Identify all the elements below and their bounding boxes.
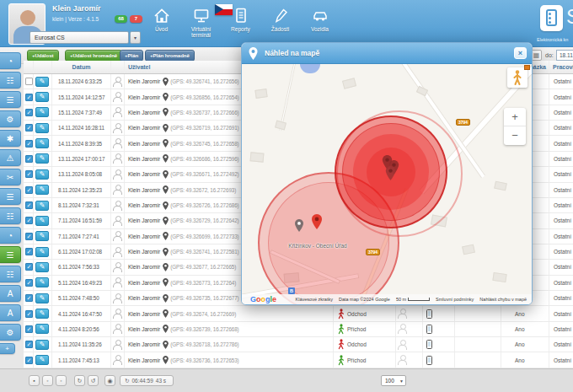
edit-button[interactable]: ✎ [35,231,49,241]
header-datum[interactable]: Datum [52,61,111,73]
row-checkbox[interactable]: ✓ [25,310,33,318]
row-checkbox[interactable]: ✓ [25,341,33,348]
transit-stop-badge[interactable]: B [288,287,295,294]
poi-pin-icon[interactable] [295,219,303,235]
edit-button[interactable]: ✎ [35,153,49,164]
edit-button[interactable]: ✎ [35,169,49,180]
keyboard-shortcuts-link[interactable]: Klávesové zkratky [296,297,333,302]
row-checkbox[interactable]: ✓ [25,233,33,240]
company-select-arrow-icon[interactable]: ▾ [130,31,141,44]
nav-item-uvod[interactable]: Úvod [142,0,181,47]
edit-button[interactable]: ✎ [35,293,49,303]
row-checkbox[interactable]: ✓ [25,140,33,148]
sidebar-add-tab[interactable]: + [0,343,15,354]
sidebar-tab-gears-icon[interactable]: ⚙ [0,110,21,127]
edit-button[interactable]: ✎ [35,277,49,287]
edit-button[interactable]: ✎ [35,138,49,148]
date-to-input[interactable]: 18.11.20 [556,50,573,61]
nav-item-reporty[interactable]: Reporty [221,0,260,47]
sidebar-tab-tools-icon[interactable]: ✂ [0,169,21,185]
map-canvas[interactable]: Křižínkov - Obecní Úřad 3794 3794 B + − … [242,64,532,304]
sidebar-tab-users-icon[interactable]: ☷ [0,266,21,282]
street-view-pegman-button[interactable] [507,67,527,88]
sidebar-tab-clock-icon[interactable]: ◔ [0,52,21,69]
row-checkbox[interactable]: ✓ [25,248,33,255]
close-icon[interactable]: × [514,47,527,59]
place-marker-icon[interactable] [312,214,322,233]
marker-toggle-1-button[interactable]: ▪ [29,375,40,386]
sidebar-tab-alert-icon[interactable]: ⚠ [0,149,21,166]
edit-button[interactable]: ✎ [35,216,49,226]
row-checkbox[interactable]: ✓ [25,124,33,132]
cell-phone [423,306,455,320]
cell-dochazka: Ano [501,337,549,352]
nav-item-virtualni-terminal[interactable]: Virtuální terminál [181,0,221,47]
edit-button[interactable]: ✎ [35,324,49,334]
edit-button[interactable]: ✎ [35,92,49,102]
row-checkbox[interactable]: ✓ [25,186,33,194]
edit-button[interactable]: ✎ [35,309,49,319]
sidebar-tab-letter-a-icon[interactable]: A [0,285,21,302]
row-checkbox[interactable]: ✓ [25,109,33,116]
add-event-bulk-button[interactable]: +Událost hromadně [65,50,122,62]
company-select[interactable]: Eurosat CS [29,31,129,44]
marker-cluster-pin[interactable] [385,166,396,184]
sidebar-tab-settings-icon[interactable]: ✱ [0,130,21,147]
marker-toggle-3-button[interactable]: ◦ [56,375,67,386]
marker-toggle-2-button[interactable]: ◦ [42,375,53,386]
row-checkbox[interactable] [25,78,33,85]
row-checkbox[interactable]: ✓ [25,325,33,333]
add-plan-bulk-button[interactable]: +Plán hromadně [145,50,195,62]
place-label[interactable]: Křižínkov - Obecní Úřad [259,243,377,249]
zoom-out-button[interactable]: − [504,126,526,145]
add-event-button[interactable]: +Událost [27,50,59,62]
row-checkbox[interactable]: ✓ [25,155,33,163]
sidebar-tab-group-icon[interactable]: ☷ [0,207,21,224]
green-counter-badge[interactable]: 68 [115,15,127,23]
sidebar-tab-time-icon[interactable]: ◔ [0,227,21,244]
map-attribution: Google Klávesové zkratky Data map ©2024 … [242,294,532,304]
gps-coordinates: (GPS: 49.326773, 16.27264) [170,280,236,286]
refresh-button[interactable]: ↻ [74,375,85,386]
edit-button[interactable]: ✎ [35,355,49,365]
edit-button[interactable]: ✎ [35,201,49,211]
sidebar-tab-report-list-icon[interactable]: ☰ [0,188,21,205]
edit-button[interactable]: ✎ [35,107,49,117]
add-plan-button[interactable]: +Plán [120,50,143,62]
red-counter-badge[interactable]: 7 [130,15,142,23]
row-checkbox[interactable]: ✓ [25,94,33,101]
cell-avatar [111,291,125,305]
edit-button[interactable]: ✎ [35,123,49,133]
row-checkbox[interactable]: ✓ [25,217,33,224]
sidebar-tab-letter-a2-icon[interactable]: A [0,304,21,321]
edit-button[interactable]: ✎ [35,185,49,195]
nav-item-zadosti[interactable]: Žádosti [260,0,300,47]
gps-coordinates: (GPS: 49.326856, 16.272654) [170,94,238,100]
terms-link[interactable]: Smluvní podmínky [436,297,474,302]
report-error-link[interactable]: Nahlásit chybu v mapě [479,297,527,302]
row-checkbox[interactable]: ✓ [25,201,33,209]
sidebar-tab-list-icon[interactable]: ☰ [0,91,21,108]
refresh-timer-chip[interactable]: ↻06:44:5943 s [120,375,174,386]
sidebar-tab-people-icon[interactable]: ☷ [0,72,21,89]
nav-item-vozidla[interactable]: Vozidla [300,0,340,47]
edit-button[interactable]: ✎ [35,247,49,257]
row-checkbox[interactable]: ✓ [25,170,33,178]
row-checkbox[interactable]: ✓ [25,263,33,271]
gps-coordinates: (GPS: 49.32674, 16.272669) [170,311,236,317]
edit-button[interactable]: ✎ [35,77,49,87]
edit-button[interactable]: ✎ [35,340,49,350]
header-pracoviste[interactable]: Pracoviště [549,61,573,73]
edit-button[interactable]: ✎ [35,262,49,272]
row-checkbox[interactable]: ✓ [25,279,33,287]
location-button[interactable]: ◉ [104,375,115,386]
row-checkbox[interactable]: ✓ [25,357,33,364]
page-size-select[interactable]: 100 ▼ [381,375,406,386]
sidebar-tab-config-icon[interactable]: ⚙ [0,324,21,341]
sidebar-tab-attendance-list-icon[interactable]: ☰ [0,246,21,263]
modal-header[interactable]: Náhled na mapě × [242,43,532,64]
cell-avatar [111,136,125,150]
history-button[interactable]: ↺ [88,375,99,386]
zoom-in-button[interactable]: + [504,108,526,126]
row-checkbox[interactable]: ✓ [25,294,33,302]
